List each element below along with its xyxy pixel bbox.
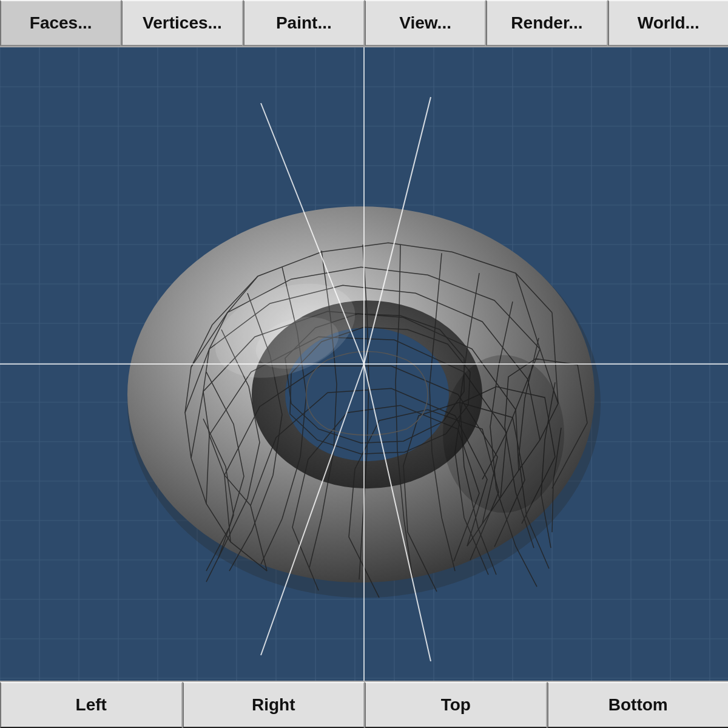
axis-canvas — [0, 47, 728, 681]
paint-menu[interactable]: Paint... — [243, 0, 365, 46]
faces-menu[interactable]: Faces... — [0, 0, 121, 46]
bottom-view[interactable]: Bottom — [547, 682, 729, 728]
vertices-menu[interactable]: Vertices... — [121, 0, 243, 46]
left-view[interactable]: Left — [0, 682, 183, 728]
top-view[interactable]: Top — [365, 682, 547, 728]
view-menu[interactable]: View... — [365, 0, 486, 46]
3d-viewport[interactable] — [0, 47, 728, 681]
top-menu-bar: Faces...Vertices...Paint...View...Render… — [0, 0, 728, 47]
right-view[interactable]: Right — [183, 682, 365, 728]
render-menu[interactable]: Render... — [486, 0, 607, 46]
world-menu[interactable]: World... — [608, 0, 728, 46]
bottom-menu-bar: LeftRightTopBottom — [0, 681, 728, 728]
